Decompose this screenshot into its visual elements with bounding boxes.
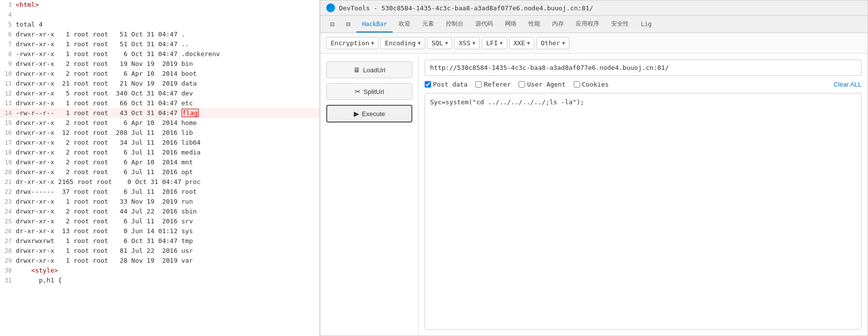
other-label: Other: [541, 39, 560, 47]
line-content: <html>: [16, 0, 39, 10]
line-content: drwxr-xr-x 12 root root 208 Jul 11 2016 …: [16, 128, 193, 138]
line-content: drwxr-xr-x 1 root root 51 Oct 31 04:47 .…: [16, 39, 189, 49]
code-line: 29drwxr-xr-x 1 root root 28 Nov 19 2019 …: [0, 256, 319, 266]
user-agent-label: User Agent: [527, 81, 565, 88]
line-content: -rwxr-xr-x 1 root root 6 Oct 31 04:47 .d…: [16, 49, 220, 59]
code-line: 5total 4: [0, 20, 319, 30]
referer-checkbox-label[interactable]: Referer: [475, 81, 511, 88]
lfi-dropdown[interactable]: LFI ▼: [482, 37, 507, 49]
hackbar-action-buttons: 🖥 LoadUrl ✂ SplitUrl ▶ Execute: [320, 54, 419, 336]
code-line: 26dr-xr-xr-x 13 root root 0 Jun 14 01:12…: [0, 226, 319, 236]
tab-welcome[interactable]: 欢迎: [393, 16, 416, 33]
other-chevron: ▼: [562, 40, 565, 46]
xss-dropdown[interactable]: XSS ▼: [454, 37, 480, 49]
encoding-dropdown[interactable]: Encoding ▼: [380, 37, 425, 49]
scissors-icon: ✂: [355, 88, 361, 95]
hackbar-textarea[interactable]: [425, 93, 862, 330]
post-data-checkbox[interactable]: [425, 81, 431, 88]
devtools-panel: DevTools - 530c8584-1435-4c3c-baa8-a3ad8…: [320, 0, 868, 336]
cookies-label: Cookies: [582, 81, 609, 88]
line-number: 30: [0, 266, 16, 275]
line-content: drwxr-xr-x 2 root root 6 Jul 11 2016 srv: [16, 216, 193, 226]
line-content: dr-xr-xr-x 2165 root root 0 Oct 31 04:47…: [16, 177, 201, 187]
encryption-dropdown[interactable]: Encryption ▼: [326, 37, 378, 49]
tab-console[interactable]: 控制台: [440, 16, 469, 33]
line-number: 27: [0, 236, 16, 246]
code-line: 7drwxr-xr-x 1 root root 51 Oct 31 04:47 …: [0, 39, 319, 49]
tab-application[interactable]: 应用程序: [570, 16, 605, 33]
line-content: drwxr-xr-x 21 root root 21 Nov 19 2019 d…: [16, 79, 197, 89]
hackbar-panel: Encryption ▼ Encoding ▼ SQL ▼ XSS ▼ LFI …: [320, 33, 868, 336]
load-url-button[interactable]: 🖥 LoadUrl: [326, 61, 412, 78]
xxe-dropdown[interactable]: XXE ▼: [509, 37, 535, 49]
cookies-checkbox-label[interactable]: Cookies: [574, 81, 609, 88]
lfi-label: LFI: [486, 39, 497, 47]
other-dropdown[interactable]: Other ▼: [536, 37, 569, 49]
line-number: 7: [0, 39, 16, 49]
line-number: 19: [0, 157, 16, 167]
sql-dropdown[interactable]: SQL ▼: [427, 37, 453, 49]
line-content: drwxr-xr-x 2 root root 6 Jul 11 2016 opt: [16, 167, 193, 177]
monitor-icon: 🖥: [353, 66, 360, 74]
line-number: 28: [0, 246, 16, 256]
code-line: 10drwxr-xr-x 2 root root 6 Apr 10 2014 b…: [0, 69, 319, 79]
code-line: 14-rw-r--r-- 1 root root 43 Oct 31 04:47…: [0, 108, 319, 118]
user-agent-checkbox[interactable]: [519, 81, 525, 88]
encoding-label: Encoding: [385, 39, 416, 47]
tab-responsive-icon[interactable]: ⊟: [340, 16, 356, 33]
clear-all-button[interactable]: Clear ALL: [834, 81, 862, 88]
split-url-button[interactable]: ✂ SplitUrl: [326, 83, 412, 100]
post-data-checkbox-label[interactable]: Post data: [425, 81, 467, 88]
line-content: drwxr-xr-x 1 root root 33 Nov 19 2019 ru…: [16, 197, 193, 207]
line-number: 13: [0, 98, 16, 108]
code-line: 20drwxr-xr-x 2 root root 6 Jul 11 2016 o…: [0, 167, 319, 177]
code-line: 31 p,h1 {: [0, 275, 319, 285]
tab-inspector-icon[interactable]: ⊡: [324, 16, 340, 33]
tab-security[interactable]: 安全性: [605, 16, 635, 33]
line-content: drwxr-xr-x 5 root root 340 Oct 31 04:47 …: [16, 89, 193, 98]
referer-label: Referer: [484, 81, 511, 88]
devtools-tabs: ⊡ ⊟ HackBar 欢迎 元素 控制台 源代码 网络 性能 内存 应用程序 …: [320, 16, 868, 33]
line-number: 15: [0, 118, 16, 128]
user-agent-checkbox-label[interactable]: User Agent: [519, 81, 565, 88]
line-number: 10: [0, 69, 16, 79]
edge-icon: [326, 3, 335, 12]
line-content: drwxr-xr-x 2 root root 34 Jul 11 2016 li…: [16, 138, 201, 148]
code-line: 6drwxr-xr-x 1 root root 51 Oct 31 04:47 …: [0, 30, 319, 39]
line-number: 26: [0, 226, 16, 236]
line-number: 25: [0, 216, 16, 226]
line-content: dr-xr-xr-x 13 root root 0 Jun 14 01:12 s…: [16, 226, 193, 236]
code-line: 9drwxr-xr-x 2 root root 19 Nov 19 2019 b…: [0, 59, 319, 69]
referer-checkbox[interactable]: [475, 81, 482, 88]
code-line: 21dr-xr-xr-x 2165 root root 0 Oct 31 04:…: [0, 177, 319, 187]
tab-network[interactable]: 网络: [499, 16, 523, 33]
url-input[interactable]: [425, 60, 862, 76]
tab-lig[interactable]: Lig: [635, 17, 657, 32]
line-content: drwxr-xr-x 2 root root 19 Nov 19 2019 bi…: [16, 59, 193, 69]
line-content: drwxr-xr-x 2 root root 44 Jul 22 2016 sb…: [16, 207, 197, 216]
line-number: 5: [0, 20, 16, 30]
encryption-chevron: ▼: [371, 40, 374, 46]
line-number: 11: [0, 79, 16, 89]
code-line: 22drwx------ 37 root root 6 Jul 11 2016 …: [0, 187, 319, 197]
devtools-titlebar: DevTools - 530c8584-1435-4c3c-baa8-a3ad8…: [320, 0, 868, 16]
line-number: 21: [0, 177, 16, 187]
tab-memory[interactable]: 内存: [546, 16, 570, 33]
tab-sources[interactable]: 源代码: [469, 16, 499, 33]
xxe-label: XXE: [514, 39, 525, 47]
code-line: 17drwxr-xr-x 2 root root 34 Jul 11 2016 …: [0, 138, 319, 148]
line-number: 17: [0, 138, 16, 148]
line-number: 14: [0, 108, 16, 118]
tab-performance[interactable]: 性能: [523, 16, 546, 33]
code-line: 11drwxr-xr-x 21 root root 21 Nov 19 2019…: [0, 79, 319, 89]
tab-hackbar[interactable]: HackBar: [356, 17, 393, 32]
hackbar-content: 🖥 LoadUrl ✂ SplitUrl ▶ Execute: [320, 54, 868, 336]
line-content: drwxrwxrwt 1 root root 6 Oct 31 04:47 tm…: [16, 236, 193, 246]
tab-elements[interactable]: 元素: [416, 16, 440, 33]
line-content: p,h1 {: [16, 275, 62, 285]
execute-button[interactable]: ▶ Execute: [326, 105, 412, 122]
encryption-label: Encryption: [331, 39, 369, 47]
code-line: 18drwxr-xr-x 2 root root 6 Jul 11 2016 m…: [0, 148, 319, 157]
cookies-checkbox[interactable]: [574, 81, 580, 88]
code-line: 4: [0, 10, 319, 20]
